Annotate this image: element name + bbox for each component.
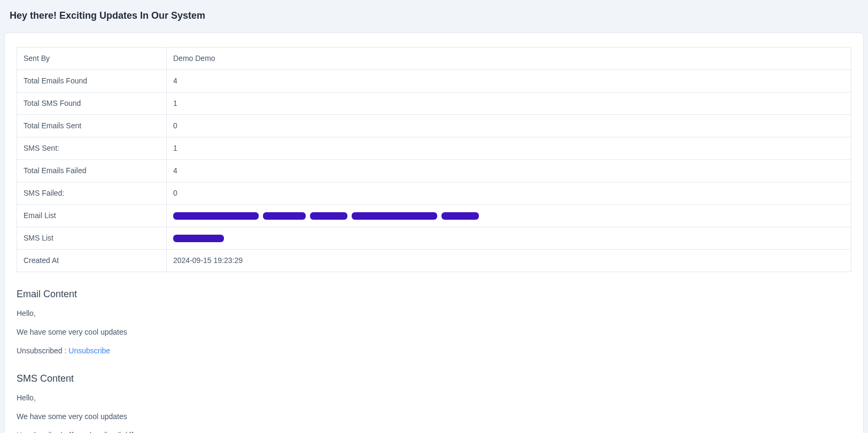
row-label: Total Emails Failed [17, 160, 167, 182]
table-row: Total Emails Sent0 [17, 115, 851, 137]
row-label: Sent By [17, 48, 167, 70]
email-unsubscribe-line: Unsubscribed : Unsubscribe [17, 345, 851, 357]
row-label: SMS List [17, 227, 167, 250]
row-value: 0 [167, 115, 851, 137]
row-label: Total Emails Found [17, 70, 167, 92]
table-row: Total Emails Failed4 [17, 160, 851, 182]
table-row: SMS Failed:0 [17, 182, 851, 205]
redacted-email-segment [173, 212, 259, 220]
sms-line-2: We have some very cool updates [17, 411, 851, 422]
sms-content-heading: SMS Content [17, 372, 851, 386]
email-line-2: We have some very cool updates [17, 327, 851, 338]
row-value: 2024-09-15 19:23:29 [167, 250, 851, 272]
details-table: Sent ByDemo DemoTotal Emails Found4Total… [17, 47, 851, 272]
page-title: Hey there! Exciting Updates In Our Syste… [0, 0, 868, 33]
row-value: 4 [167, 70, 851, 92]
row-value: 4 [167, 160, 851, 182]
table-row: SMS List [17, 227, 851, 250]
table-row: Total Emails Found4 [17, 70, 851, 92]
sms-unsubscribe-line: Unsubscribed : {{unsubscribe_link}} [17, 430, 851, 433]
redacted-email-segment [263, 212, 306, 220]
row-value: 0 [167, 182, 851, 205]
email-content-block: Hello, We have some very cool updates Un… [17, 308, 851, 357]
row-value: 1 [167, 92, 851, 115]
redacted-sms-segment [173, 235, 224, 242]
table-row: Email List [17, 205, 851, 227]
row-label: SMS Failed: [17, 182, 167, 205]
redacted-email-segment [352, 212, 437, 220]
table-row: Sent ByDemo Demo [17, 48, 851, 70]
sms-line-1: Hello, [17, 392, 851, 404]
row-value: Demo Demo [167, 48, 851, 70]
email-line-1: Hello, [17, 308, 851, 319]
row-label: SMS Sent: [17, 137, 167, 160]
table-row: Total SMS Found1 [17, 92, 851, 115]
email-content-heading: Email Content [17, 287, 851, 301]
redacted-email-segment [441, 212, 479, 220]
row-label: Email List [17, 205, 167, 227]
redacted-email-segment [310, 212, 347, 220]
table-row: Created At2024-09-15 19:23:29 [17, 250, 851, 272]
sms-content-block: Hello, We have some very cool updates Un… [17, 392, 851, 433]
row-value [167, 205, 851, 227]
unsubscribe-link[interactable]: Unsubscribe [68, 346, 110, 355]
email-unsub-prefix: Unsubscribed : [17, 346, 68, 355]
row-label: Created At [17, 250, 167, 272]
table-row: SMS Sent:1 [17, 137, 851, 160]
row-label: Total SMS Found [17, 92, 167, 115]
row-value [167, 227, 851, 250]
row-label: Total Emails Sent [17, 115, 167, 137]
row-value: 1 [167, 137, 851, 160]
details-card: Sent ByDemo DemoTotal Emails Found4Total… [4, 33, 864, 433]
